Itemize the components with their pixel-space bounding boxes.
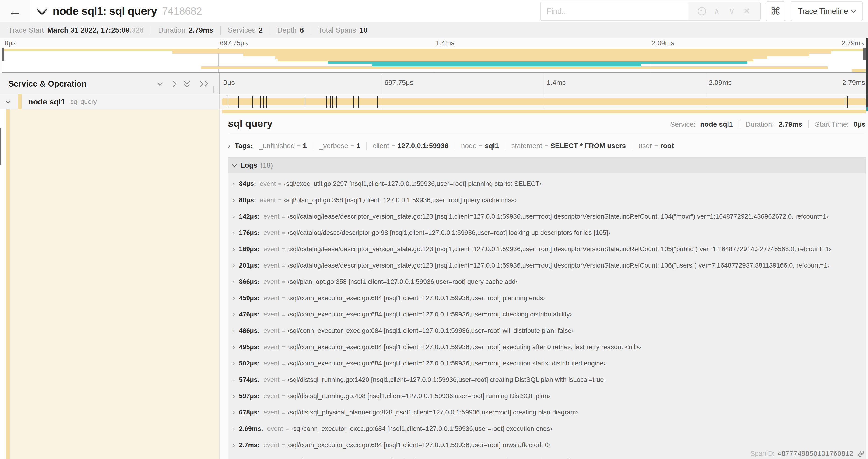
- span-operation-name: sql query: [70, 98, 97, 105]
- log-field: event: [260, 196, 276, 204]
- log-row[interactable]: 80μs: event ‹sql/plan_opt.go:358 [nsql1,…: [232, 192, 866, 208]
- find-next-icon[interactable]: [724, 6, 739, 16]
- log-row[interactable]: 176μs: event ‹sql/catalog/descs/descript…: [232, 225, 866, 241]
- log-field: event: [264, 343, 280, 351]
- equals-sign: [282, 360, 285, 367]
- log-timestamp: 678μs:: [239, 408, 260, 416]
- logs-header[interactable]: Logs (18): [228, 157, 866, 173]
- chevron-right-icon: [232, 408, 235, 416]
- top-bar-right: Trace Timeline: [540, 1, 863, 21]
- log-row[interactable]: 201μs: event ‹sql/catalog/lease/descript…: [232, 257, 866, 273]
- span-id-label: SpanID:: [750, 450, 775, 457]
- tags-row[interactable]: Tags: _unfinished 1 _verbose 1 client: [228, 141, 866, 150]
- log-row[interactable]: 597μs: event ‹sql/distsql_running.go:498…: [232, 388, 866, 404]
- span-name-cell[interactable]: node sql1 sql query: [0, 94, 220, 109]
- tag-item: client 127.0.0.1:59936: [366, 142, 448, 150]
- find-clear-icon[interactable]: [739, 6, 754, 16]
- minimap-tick: 2.09ms: [652, 39, 674, 47]
- collapse-one-icon[interactable]: [157, 80, 163, 86]
- log-row[interactable]: 366μs: event ‹sql/plan_opt.go:358 [nsql1…: [232, 273, 866, 290]
- span-color-stripe: [6, 109, 9, 459]
- equals-sign: [392, 142, 395, 150]
- log-marker-tick: [305, 96, 305, 108]
- chevron-down-icon[interactable]: [37, 4, 47, 15]
- log-row[interactable]: 678μs: event ‹sql/distsql_physical_plann…: [232, 404, 866, 421]
- log-value: ‹sql/distsql_running.go:1420 [nsql1,clie…: [287, 376, 606, 384]
- minimap-tick: 697.75μs: [220, 39, 248, 47]
- equals-sign: [282, 311, 285, 318]
- locate-icon[interactable]: [694, 7, 709, 15]
- log-marker-tick: [326, 96, 327, 108]
- log-row[interactable]: 142μs: event ‹sql/catalog/lease/descript…: [232, 208, 866, 225]
- expand-all-icon[interactable]: [198, 81, 207, 86]
- log-field: event: [260, 180, 276, 188]
- log-timestamp: 574μs:: [239, 376, 260, 384]
- page-scrollbar[interactable]: [866, 38, 868, 107]
- log-row[interactable]: 495μs: event ‹sql/conn_executor_exec.go:…: [232, 339, 866, 355]
- timeline-tick: 697.75μs: [384, 78, 413, 87]
- chevron-down-icon: [851, 8, 856, 13]
- log-timestamp: 486μs:: [239, 327, 260, 334]
- log-marker-tick: [333, 96, 333, 108]
- log-field: event: [264, 213, 280, 220]
- column-resizer[interactable]: [213, 86, 217, 93]
- log-timestamp: 366μs:: [239, 278, 260, 286]
- trace-id: 7418682: [162, 5, 202, 17]
- back-button[interactable]: [0, 0, 30, 22]
- collapse-all-icon[interactable]: [185, 81, 189, 86]
- timeline-tick: 0μs: [223, 78, 235, 87]
- span-timeline-cell[interactable]: [220, 94, 868, 109]
- log-row[interactable]: 459μs: event ‹sql/conn_executor_exec.go:…: [232, 290, 866, 306]
- trace-services: Services 2: [220, 26, 263, 35]
- find-input[interactable]: [540, 2, 688, 20]
- chevron-right-icon: [232, 311, 235, 318]
- timeline-gridline: [544, 73, 544, 94]
- log-row[interactable]: 502μs: event ‹sql/conn_executor_exec.go:…: [232, 355, 866, 371]
- equals-sign: [282, 246, 285, 253]
- span-detail-card: sql query Service: node sql1 Duration: 2…: [228, 118, 866, 459]
- chevron-down-icon[interactable]: [5, 98, 11, 104]
- minimap-left-drag-handle[interactable]: [2, 48, 4, 61]
- trace-view-dropdown[interactable]: Trace Timeline: [790, 1, 863, 21]
- span-detail-row: sql query Service: node sql1 Duration: 2…: [0, 109, 868, 459]
- equals-sign: [282, 278, 285, 285]
- equals-sign: [479, 142, 483, 150]
- log-marker-tick: [845, 96, 845, 108]
- tag-item: _verbose 1: [313, 142, 360, 150]
- log-value: ‹sql/conn_executor_exec.go:684 [nsql1,cl…: [291, 425, 552, 432]
- log-field: event: [264, 294, 280, 302]
- minimap-tick: 0μs: [5, 39, 16, 47]
- expand-one-icon[interactable]: [170, 81, 176, 87]
- logs-title: Logs: [240, 161, 257, 170]
- log-row[interactable]: 486μs: event ‹sql/conn_executor_exec.go:…: [232, 323, 866, 339]
- find-prev-icon[interactable]: [709, 6, 724, 16]
- log-row[interactable]: 574μs: event ‹sql/distsql_running.go:142…: [232, 371, 866, 388]
- log-field: event: [264, 262, 280, 269]
- link-icon[interactable]: [857, 450, 865, 457]
- log-field: event: [264, 392, 280, 400]
- equals-sign: [285, 425, 289, 432]
- keyboard-shortcuts-button[interactable]: [766, 1, 785, 21]
- equals-sign: [282, 442, 285, 449]
- log-marker-tick: [847, 96, 848, 108]
- log-marker-tick: [264, 96, 264, 108]
- log-field: event: [264, 441, 280, 449]
- log-timestamp: 476μs:: [239, 311, 260, 318]
- log-value: ‹sql/conn_executor_exec.go:684 [nsql1,cl…: [287, 294, 545, 302]
- accordion-scrollbar[interactable]: [0, 128, 1, 165]
- span-duration-bar[interactable]: [222, 98, 866, 105]
- equals-sign: [282, 393, 285, 399]
- minimap-right-drag-handle[interactable]: [863, 48, 866, 60]
- trace-start: Trace Start March 31 2022, 17:25:09 .326: [8, 26, 144, 35]
- equals-sign: [285, 458, 289, 459]
- minimap-tick: 1.4ms: [436, 39, 454, 47]
- log-row[interactable]: 34μs: event ‹sql/exec_util.go:2297 [nsql…: [232, 176, 866, 192]
- log-timestamp: 142μs:: [239, 213, 260, 220]
- log-row[interactable]: 2.69ms: event ‹sql/conn_executor_exec.go…: [232, 421, 866, 437]
- page-title: node sql1: sql query: [53, 5, 157, 18]
- minimap-canvas[interactable]: [2, 47, 866, 73]
- log-row[interactable]: 476μs: event ‹sql/conn_executor_exec.go:…: [232, 306, 866, 323]
- equals-sign: [282, 213, 285, 220]
- log-row[interactable]: 189μs: event ‹sql/catalog/lease/descript…: [232, 241, 866, 257]
- detail-duration: Duration: 2.79ms: [739, 120, 802, 128]
